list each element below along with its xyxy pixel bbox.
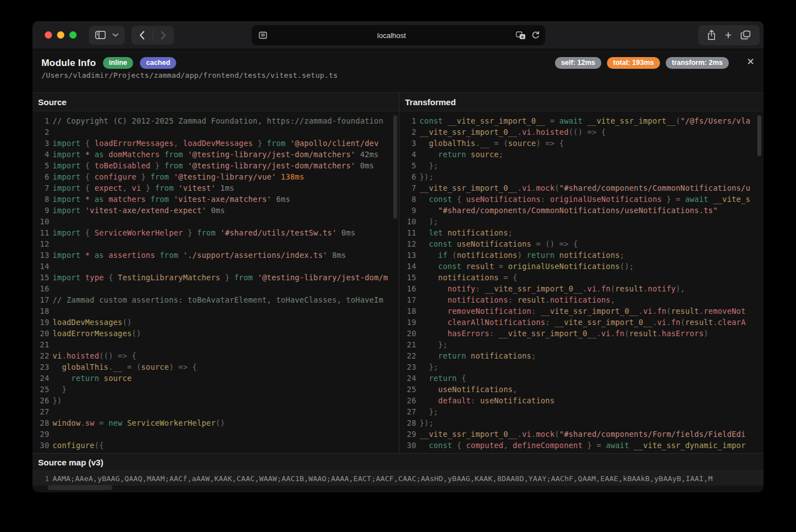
code-line: 26}) [32, 395, 399, 406]
code-line: 7__vite_ssr_import_0__.vi.mock("#shared/… [399, 182, 764, 194]
code-line: 1// Copyright (C) 2012-2025 Zammad Found… [32, 115, 399, 126]
code-line: 14 [32, 261, 399, 272]
code-line: 22vi.hoisted(() => { [32, 350, 399, 361]
transform-time-badge: transform: 2ms [666, 57, 729, 69]
zoom-window-button[interactable] [69, 31, 77, 39]
code-line: 2 [32, 126, 399, 138]
code-line: 12 [32, 238, 399, 249]
code-line: 19 clearAllNotifications: __vite_ssr_imp… [399, 317, 764, 328]
code-line: 20 hasErrors: __vite_ssr_import_0__.vi.f… [399, 328, 764, 339]
code-line: 20loadErrorMessages() [32, 328, 399, 339]
code-line: 16 [32, 283, 399, 294]
code-line: 14 const result = originalUseNotificatio… [399, 261, 764, 272]
code-line: 10 ); [399, 216, 764, 227]
code-line: 29__vite_ssr_import_0__.vi.mock("#shared… [399, 429, 764, 440]
module-info-header: Module Info inline cached self: 12ms tot… [32, 49, 764, 93]
code-line: 6import { configure } from '@testing-lib… [32, 171, 399, 182]
code-line: 5import { toBeDisabled } from '@testing-… [32, 160, 399, 171]
code-line: 25 useNotifications, [399, 384, 764, 395]
code-panels: Source 1// Copyright (C) 2012-2025 Zamma… [32, 93, 764, 453]
code-line: 6}); [399, 171, 764, 182]
code-line: 7import { expect, vi } from 'vitest' 1ms [32, 182, 399, 194]
code-line: 21 }; [399, 339, 764, 350]
inline-badge: inline [103, 57, 134, 69]
code-line: 25 } [32, 384, 399, 395]
self-time-badge: self: 12ms [555, 57, 601, 69]
sourcemap-line: 1 AAMA;AAeA,yBAAG,QAAQ,MAAM;AACf,aAAW,KA… [32, 471, 764, 486]
code-line: 17 notifications: result.notifications, [399, 294, 764, 305]
sidebar-icon [95, 31, 106, 39]
page-title: Module Info [41, 58, 96, 69]
nav-buttons [131, 26, 174, 45]
sourcemap-line-number: 1 [32, 474, 49, 483]
sourcemap-content: AAMA;AAeA,yBAAG,QAAQ,MAAM;AACf,aAAW,KAAK… [53, 474, 713, 483]
total-time-badge: total: 193ms [607, 57, 660, 69]
code-line: 5 }; [399, 160, 764, 171]
code-line: 9 "#shared/components/CommonNotification… [399, 205, 764, 216]
transformed-code[interactable]: 1const __vite_ssr_import_0__ = await __v… [399, 111, 764, 453]
sourcemap-title: Source map (v3) [32, 453, 764, 471]
code-line: 8import * as matchers from 'vitest-axe/m… [32, 194, 399, 205]
close-icon[interactable]: ✕ [747, 56, 755, 68]
code-line: 11 let notifications; [399, 227, 764, 238]
sidebar-toggle-button[interactable] [89, 26, 125, 45]
code-line: 27 }; [399, 406, 764, 417]
code-line: 27 [32, 406, 399, 417]
chevron-down-icon [112, 33, 119, 37]
code-line: 26 default: useNotifications [399, 395, 764, 406]
code-line: 11import { ServiceWorkerHelper } from '#… [32, 227, 399, 238]
code-line: 12 const useNotifications = () => { [399, 238, 764, 249]
timing-badges: self: 12ms total: 193ms transform: 2ms [555, 57, 729, 69]
code-line: 15 notifications = { [399, 272, 764, 283]
back-button[interactable] [139, 31, 145, 40]
horizontal-scrollbar[interactable] [48, 485, 112, 490]
minimize-window-button[interactable] [57, 31, 64, 39]
transformed-panel: Transformed 1const __vite_ssr_import_0__… [399, 93, 764, 453]
cached-badge: cached [140, 57, 176, 69]
code-line: 17// Zammad custom assertions: toBeAvata… [32, 294, 399, 305]
svg-text:a: a [521, 35, 524, 39]
code-line: 16 notify: __vite_ssr_import_0__.vi.fn(r… [399, 283, 764, 294]
browser-toolbar: localhost a [32, 21, 764, 49]
browser-window: localhost a [32, 21, 764, 492]
page-format-icon[interactable] [258, 31, 267, 39]
source-code[interactable]: 1// Copyright (C) 2012-2025 Zammad Found… [32, 111, 399, 453]
code-line: 22 return notifications; [399, 350, 764, 361]
url-text[interactable]: localhost [267, 31, 516, 40]
reload-icon[interactable] [531, 31, 540, 40]
code-line: 21 [32, 339, 399, 350]
code-line: 4import * as domMatchers from '@testing-… [32, 149, 399, 160]
code-line: 30 const { computed, defineComponent } =… [399, 440, 764, 451]
code-line: 18 removeNotification: __vite_ssr_import… [399, 305, 764, 317]
code-line: 30configure({ [32, 440, 399, 451]
tab-overview-icon[interactable] [741, 30, 751, 40]
address-bar-actions: a [516, 31, 540, 40]
address-bar[interactable]: localhost a [252, 25, 545, 45]
code-line: 23 globalThis.__ = (source) => { [32, 361, 399, 373]
source-scrollbar[interactable] [393, 115, 397, 219]
code-line: 2__vite_ssr_import_0__.vi.hoisted(() => … [399, 126, 764, 138]
share-icon[interactable] [707, 30, 716, 40]
traffic-lights [45, 31, 77, 39]
code-line: 24 return { [399, 373, 764, 384]
code-line: 9import 'vitest-axe/extend-expect' 0ms [32, 205, 399, 216]
translate-icon[interactable]: a [516, 31, 526, 40]
transformed-scrollbar[interactable] [757, 115, 761, 156]
code-line: 8 const { useNotifications: originalUseN… [399, 194, 764, 205]
code-line: 28window.sw = new ServiceWorkerHelper() [32, 417, 399, 429]
nav-divider [153, 30, 153, 41]
code-line: 3 globalThis.__ = (source) => { [399, 138, 764, 149]
code-line: 19loadDevMessages() [32, 317, 399, 328]
close-window-button[interactable] [45, 31, 52, 39]
toolbar-right-buttons: + [698, 25, 760, 45]
code-line: 4 return source; [399, 149, 764, 160]
forward-button[interactable] [161, 31, 166, 40]
code-line: 23 }; [399, 361, 764, 373]
new-tab-button[interactable]: + [725, 29, 732, 41]
code-line: 1const __vite_ssr_import_0__ = await __v… [399, 115, 764, 126]
source-panel: Source 1// Copyright (C) 2012-2025 Zamma… [32, 93, 399, 453]
code-line: 24 return source [32, 373, 399, 384]
transformed-panel-title: Transformed [399, 93, 764, 111]
module-file-path: /Users/vladimir/Projects/zammad/app/fron… [41, 71, 755, 79]
code-line: 28}); [399, 417, 764, 429]
